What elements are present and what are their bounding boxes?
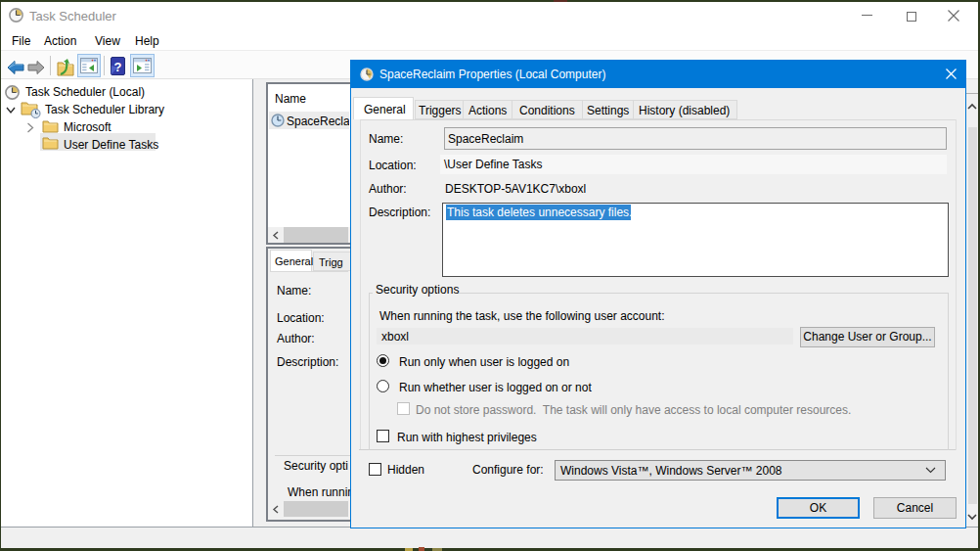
svg-text:?: ? <box>113 60 121 74</box>
